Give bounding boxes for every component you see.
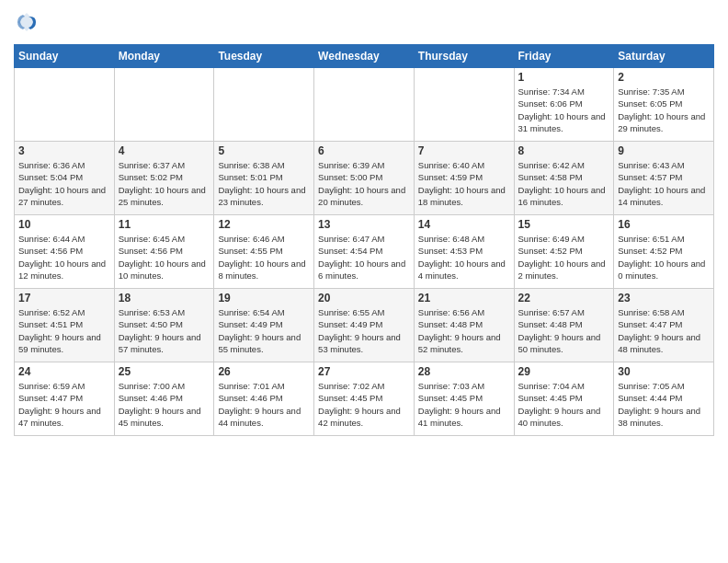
day-number: 15 (518, 218, 610, 231)
day-header-thursday: Thursday (414, 45, 514, 68)
day-cell: 28Sunrise: 7:03 AM Sunset: 4:45 PM Dayli… (414, 362, 514, 436)
day-cell: 21Sunrise: 6:56 AM Sunset: 4:48 PM Dayli… (414, 289, 514, 362)
day-number: 17 (18, 292, 110, 304)
day-cell: 27Sunrise: 7:02 AM Sunset: 4:45 PM Dayli… (314, 362, 415, 436)
week-row-5: 24Sunrise: 6:59 AM Sunset: 4:47 PM Dayli… (15, 362, 714, 436)
day-cell: 3Sunrise: 6:36 AM Sunset: 5:04 PM Daylig… (15, 142, 115, 215)
day-cell: 20Sunrise: 6:55 AM Sunset: 4:49 PM Dayli… (314, 289, 415, 362)
day-header-wednesday: Wednesday (314, 45, 415, 68)
header-row: SundayMondayTuesdayWednesdayThursdayFrid… (15, 45, 714, 68)
day-number: 3 (18, 144, 110, 157)
day-number: 16 (618, 218, 710, 231)
day-number: 13 (318, 218, 410, 231)
day-cell: 1Sunrise: 7:34 AM Sunset: 6:06 PM Daylig… (514, 68, 614, 142)
day-cell (314, 68, 415, 142)
day-info: Sunrise: 6:51 AM Sunset: 4:52 PM Dayligh… (618, 233, 710, 282)
week-row-1: 1Sunrise: 7:34 AM Sunset: 6:06 PM Daylig… (15, 68, 714, 142)
day-number: 27 (318, 365, 410, 378)
day-cell: 23Sunrise: 6:58 AM Sunset: 4:47 PM Dayli… (614, 289, 714, 362)
day-info: Sunrise: 6:39 AM Sunset: 5:00 PM Dayligh… (318, 159, 410, 208)
day-number: 28 (418, 365, 510, 378)
week-row-4: 17Sunrise: 6:52 AM Sunset: 4:51 PM Dayli… (15, 289, 714, 362)
logo-icon (14, 9, 40, 35)
day-info: Sunrise: 6:45 AM Sunset: 4:56 PM Dayligh… (119, 233, 210, 282)
day-cell: 11Sunrise: 6:45 AM Sunset: 4:56 PM Dayli… (114, 215, 214, 289)
day-info: Sunrise: 6:53 AM Sunset: 4:50 PM Dayligh… (119, 306, 210, 355)
day-header-saturday: Saturday (614, 45, 714, 68)
day-number: 30 (618, 365, 710, 378)
logo (14, 9, 43, 35)
day-number: 19 (218, 292, 310, 304)
day-number: 4 (119, 144, 210, 157)
page: SundayMondayTuesdayWednesdayThursdayFrid… (0, 0, 728, 445)
day-number: 12 (218, 218, 310, 231)
day-info: Sunrise: 7:35 AM Sunset: 6:05 PM Dayligh… (618, 86, 710, 134)
day-info: Sunrise: 7:01 AM Sunset: 4:46 PM Dayligh… (218, 380, 310, 429)
day-number: 23 (618, 292, 710, 304)
day-info: Sunrise: 7:00 AM Sunset: 4:46 PM Dayligh… (119, 380, 210, 429)
day-cell: 5Sunrise: 6:38 AM Sunset: 5:01 PM Daylig… (214, 142, 314, 215)
day-info: Sunrise: 6:55 AM Sunset: 4:49 PM Dayligh… (318, 306, 410, 355)
day-info: Sunrise: 6:59 AM Sunset: 4:47 PM Dayligh… (18, 380, 110, 429)
day-number: 2 (618, 71, 710, 84)
calendar: SundayMondayTuesdayWednesdayThursdayFrid… (14, 44, 714, 436)
day-number: 18 (119, 292, 210, 304)
day-info: Sunrise: 7:34 AM Sunset: 6:06 PM Dayligh… (518, 86, 610, 134)
day-cell: 12Sunrise: 6:46 AM Sunset: 4:55 PM Dayli… (214, 215, 314, 289)
day-number: 9 (618, 144, 710, 157)
day-cell: 24Sunrise: 6:59 AM Sunset: 4:47 PM Dayli… (15, 362, 115, 436)
day-info: Sunrise: 6:47 AM Sunset: 4:54 PM Dayligh… (318, 233, 410, 282)
day-number: 21 (418, 292, 510, 304)
day-cell: 15Sunrise: 6:49 AM Sunset: 4:52 PM Dayli… (514, 215, 614, 289)
day-cell: 22Sunrise: 6:57 AM Sunset: 4:48 PM Dayli… (514, 289, 614, 362)
day-info: Sunrise: 6:44 AM Sunset: 4:56 PM Dayligh… (18, 233, 110, 282)
day-number: 20 (318, 292, 410, 304)
day-cell (114, 68, 214, 142)
day-cell: 2Sunrise: 7:35 AM Sunset: 6:05 PM Daylig… (614, 68, 714, 142)
day-number: 7 (418, 144, 510, 157)
day-cell (15, 68, 115, 142)
day-number: 10 (18, 218, 110, 231)
day-cell: 19Sunrise: 6:54 AM Sunset: 4:49 PM Dayli… (214, 289, 314, 362)
day-number: 14 (418, 218, 510, 231)
week-row-3: 10Sunrise: 6:44 AM Sunset: 4:56 PM Dayli… (15, 215, 714, 289)
day-info: Sunrise: 6:48 AM Sunset: 4:53 PM Dayligh… (418, 233, 510, 282)
day-cell: 10Sunrise: 6:44 AM Sunset: 4:56 PM Dayli… (15, 215, 115, 289)
day-number: 26 (218, 365, 310, 378)
day-number: 5 (218, 144, 310, 157)
day-info: Sunrise: 6:36 AM Sunset: 5:04 PM Dayligh… (18, 159, 110, 208)
day-cell: 30Sunrise: 7:05 AM Sunset: 4:44 PM Dayli… (614, 362, 714, 436)
day-number: 25 (119, 365, 210, 378)
day-cell: 17Sunrise: 6:52 AM Sunset: 4:51 PM Dayli… (15, 289, 115, 362)
calendar-body: 1Sunrise: 7:34 AM Sunset: 6:06 PM Daylig… (15, 68, 714, 436)
day-cell: 26Sunrise: 7:01 AM Sunset: 4:46 PM Dayli… (214, 362, 314, 436)
day-header-monday: Monday (114, 45, 214, 68)
day-cell: 13Sunrise: 6:47 AM Sunset: 4:54 PM Dayli… (314, 215, 415, 289)
day-info: Sunrise: 7:03 AM Sunset: 4:45 PM Dayligh… (418, 380, 510, 429)
day-cell: 18Sunrise: 6:53 AM Sunset: 4:50 PM Dayli… (114, 289, 214, 362)
day-cell: 6Sunrise: 6:39 AM Sunset: 5:00 PM Daylig… (314, 142, 415, 215)
day-cell: 8Sunrise: 6:42 AM Sunset: 4:58 PM Daylig… (514, 142, 614, 215)
day-cell: 14Sunrise: 6:48 AM Sunset: 4:53 PM Dayli… (414, 215, 514, 289)
day-info: Sunrise: 7:02 AM Sunset: 4:45 PM Dayligh… (318, 380, 410, 429)
day-info: Sunrise: 6:56 AM Sunset: 4:48 PM Dayligh… (418, 306, 510, 355)
day-info: Sunrise: 6:42 AM Sunset: 4:58 PM Dayligh… (518, 159, 610, 208)
day-number: 11 (119, 218, 210, 231)
day-info: Sunrise: 7:04 AM Sunset: 4:45 PM Dayligh… (518, 380, 610, 429)
day-header-sunday: Sunday (15, 45, 115, 68)
day-info: Sunrise: 6:52 AM Sunset: 4:51 PM Dayligh… (18, 306, 110, 355)
day-header-tuesday: Tuesday (214, 45, 314, 68)
day-info: Sunrise: 6:58 AM Sunset: 4:47 PM Dayligh… (618, 306, 710, 355)
day-info: Sunrise: 6:37 AM Sunset: 5:02 PM Dayligh… (119, 159, 210, 208)
day-number: 29 (518, 365, 610, 378)
day-number: 6 (318, 144, 410, 157)
day-cell (414, 68, 514, 142)
day-info: Sunrise: 6:46 AM Sunset: 4:55 PM Dayligh… (218, 233, 310, 282)
day-info: Sunrise: 6:40 AM Sunset: 4:59 PM Dayligh… (418, 159, 510, 208)
header (14, 9, 714, 35)
week-row-2: 3Sunrise: 6:36 AM Sunset: 5:04 PM Daylig… (15, 142, 714, 215)
day-cell: 29Sunrise: 7:04 AM Sunset: 4:45 PM Dayli… (514, 362, 614, 436)
day-info: Sunrise: 6:54 AM Sunset: 4:49 PM Dayligh… (218, 306, 310, 355)
day-info: Sunrise: 6:38 AM Sunset: 5:01 PM Dayligh… (218, 159, 310, 208)
day-cell: 25Sunrise: 7:00 AM Sunset: 4:46 PM Dayli… (114, 362, 214, 436)
